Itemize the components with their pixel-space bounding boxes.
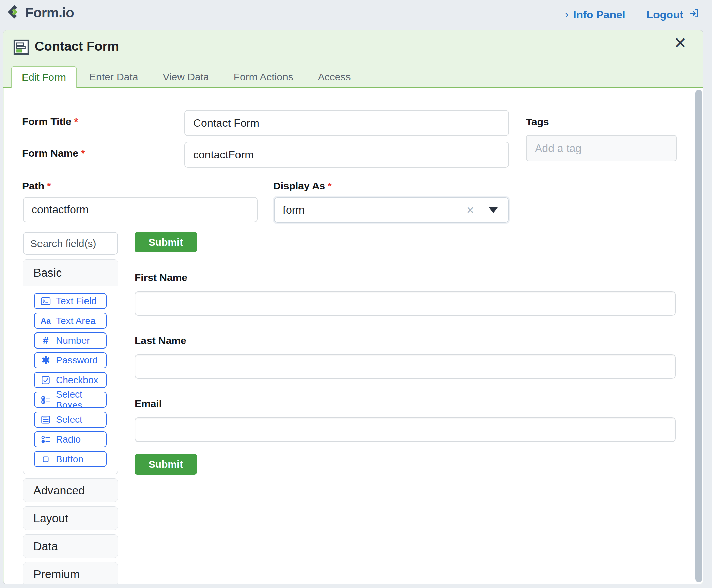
display-as-label: Display As* <box>273 180 332 192</box>
component-select[interactable]: Select <box>34 412 107 428</box>
number-icon: # <box>40 335 51 346</box>
last-name-label: Last Name <box>135 335 676 346</box>
canvas-field-email[interactable]: Email <box>135 398 676 442</box>
component-label: Number <box>56 335 90 346</box>
component-text-area[interactable]: Aa Text Area <box>34 313 107 329</box>
settings-submit-button[interactable]: Submit <box>135 232 197 252</box>
component-checkbox[interactable]: Checkbox <box>34 372 107 388</box>
checkbox-icon <box>40 376 51 385</box>
component-label: Password <box>56 355 98 366</box>
display-as-value: form <box>283 204 467 216</box>
vertical-scrollbar[interactable] <box>695 90 702 582</box>
tab-access[interactable]: Access <box>306 66 363 88</box>
formio-logo-icon <box>6 4 22 21</box>
component-label: Text Area <box>56 315 96 326</box>
email-label: Email <box>135 398 676 409</box>
form-title-field[interactable] <box>184 110 509 136</box>
component-label: Checkbox <box>56 375 98 386</box>
canvas-field-first-name[interactable]: First Name <box>135 272 676 316</box>
canvas-field-last-name[interactable]: Last Name <box>135 335 676 379</box>
required-marker: * <box>74 116 78 127</box>
tags-label: Tags <box>526 116 549 128</box>
form-name-field[interactable] <box>184 142 509 168</box>
required-marker: * <box>47 180 51 191</box>
path-field[interactable] <box>23 197 258 222</box>
search-fields-input[interactable] <box>23 232 118 255</box>
logout-icon <box>688 7 700 22</box>
email-input[interactable] <box>135 417 676 442</box>
tab-form-actions[interactable]: Form Actions <box>221 66 306 88</box>
path-label: Path* <box>22 180 51 192</box>
clear-selection-icon[interactable]: × <box>467 203 474 217</box>
component-sidebar: Basic Text Field A <box>23 232 118 584</box>
tab-edit-form[interactable]: Edit Form <box>11 66 77 88</box>
form-name-label: Form Name* <box>22 148 85 159</box>
form-builder-canvas: Submit First Name Last Name Email Submit <box>135 232 676 475</box>
text-area-icon: Aa <box>40 316 51 326</box>
page-title: Contact Form <box>35 39 119 54</box>
canvas-submit-button[interactable]: Submit <box>135 454 197 475</box>
component-label: Text Field <box>56 296 97 307</box>
group-header-data[interactable]: Data <box>23 534 118 558</box>
required-marker: * <box>81 148 85 159</box>
formio-logo: Form.io <box>6 4 74 21</box>
component-group-basic: Basic Text Field A <box>23 259 118 474</box>
component-radio[interactable]: Radio <box>34 431 107 447</box>
edit-form-content: Form Title* Form Name* Tags Path* Displa… <box>4 88 703 584</box>
first-name-input[interactable] <box>135 291 676 316</box>
component-password[interactable]: ✱ Password <box>34 352 107 368</box>
logout-link[interactable]: Logout <box>647 7 700 22</box>
password-icon: ✱ <box>40 354 51 366</box>
form-panel: Contact Form ✕ Edit Form Enter Data View… <box>3 30 703 584</box>
close-icon[interactable]: ✕ <box>674 35 687 51</box>
info-panel-label: Info Panel <box>573 9 625 21</box>
group-header-basic[interactable]: Basic <box>23 260 118 286</box>
tab-view-data[interactable]: View Data <box>150 66 221 88</box>
radio-icon <box>40 435 51 444</box>
required-marker: * <box>328 180 332 191</box>
component-label: Button <box>56 454 83 465</box>
chevron-down-icon <box>489 207 498 213</box>
component-number[interactable]: # Number <box>34 332 107 349</box>
tab-bar: Edit Form Enter Data View Data Form Acti… <box>3 66 703 88</box>
tags-field[interactable] <box>526 135 677 161</box>
form-title-label: Form Title* <box>22 116 78 127</box>
select-boxes-icon <box>40 396 51 404</box>
last-name-input[interactable] <box>135 354 676 379</box>
component-button[interactable]: Button <box>34 451 107 467</box>
form-icon <box>13 39 29 56</box>
select-icon <box>40 415 51 424</box>
component-label: Select Boxes <box>56 389 106 411</box>
component-label: Select <box>56 414 82 425</box>
tab-enter-data[interactable]: Enter Data <box>77 66 150 88</box>
group-header-layout[interactable]: Layout <box>23 506 118 530</box>
info-panel-link[interactable]: › Info Panel <box>564 8 625 21</box>
first-name-label: First Name <box>135 272 676 283</box>
button-icon <box>40 455 51 463</box>
brand-name: Form.io <box>25 5 74 20</box>
component-label: Radio <box>56 434 81 445</box>
display-as-select[interactable]: form × <box>274 197 509 223</box>
logout-label: Logout <box>647 9 683 21</box>
component-select-boxes[interactable]: Select Boxes <box>34 392 107 408</box>
chevron-right-icon: › <box>564 7 568 21</box>
group-header-premium[interactable]: Premium <box>23 562 118 584</box>
text-field-icon <box>40 297 51 306</box>
component-text-field[interactable]: Text Field <box>34 293 107 309</box>
panel-header: Contact Form ✕ <box>3 30 703 66</box>
group-header-advanced[interactable]: Advanced <box>23 478 118 502</box>
top-bar: Form.io › Info Panel Logout <box>0 0 712 30</box>
